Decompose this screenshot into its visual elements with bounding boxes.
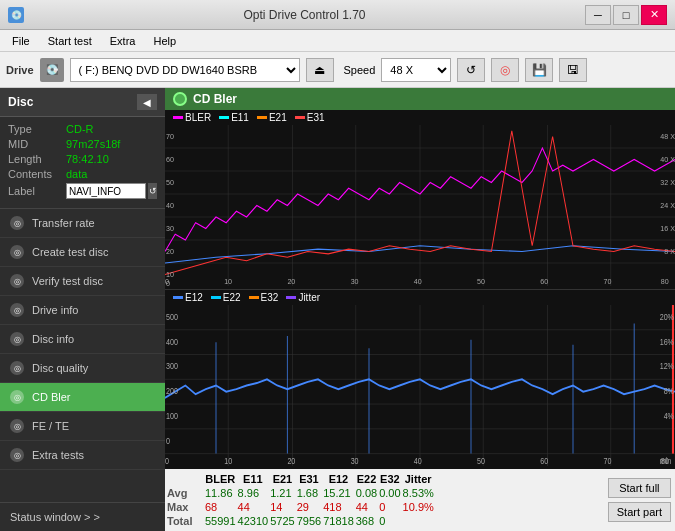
sidebar-item-drive-info[interactable]: ◎ Drive info — [0, 296, 165, 325]
svg-text:min: min — [660, 456, 672, 466]
refresh-button[interactable]: ↺ — [457, 58, 485, 82]
legend-e21: E21 — [257, 112, 287, 123]
burn-button[interactable]: 💾 — [525, 58, 553, 82]
total-e11: 42310 — [238, 515, 269, 527]
close-button[interactable]: ✕ — [641, 5, 667, 25]
main-area: Disc ◀ Type CD-R MID 97m27s18f Length 78… — [0, 88, 675, 531]
disc-toggle[interactable]: ◀ — [137, 94, 157, 110]
sidebar-label-verify-test-disc: Verify test disc — [32, 275, 103, 287]
total-e12: 71818 — [323, 515, 354, 527]
max-e12: 418 — [323, 501, 354, 513]
max-e22: 44 — [356, 501, 377, 513]
erase-button[interactable]: ◎ — [491, 58, 519, 82]
legend-e31: E31 — [295, 112, 325, 123]
svg-text:0: 0 — [166, 279, 170, 286]
svg-text:0: 0 — [166, 436, 170, 446]
svg-text:16%: 16% — [660, 337, 674, 347]
status-window-link[interactable]: Status window > > — [0, 502, 165, 531]
svg-text:50: 50 — [477, 276, 485, 286]
svg-text:20: 20 — [287, 456, 295, 466]
length-value: 78:42.10 — [66, 153, 109, 165]
disc-label-input[interactable] — [66, 183, 146, 199]
svg-text:48 X: 48 X — [660, 131, 675, 141]
table-row-total: Total 55991 42310 5725 7956 71818 368 0 — [167, 515, 434, 527]
app-icon: 💿 — [8, 7, 24, 23]
e22-color — [211, 296, 221, 299]
total-e31: 7956 — [297, 515, 321, 527]
total-e22: 368 — [356, 515, 377, 527]
sidebar-item-transfer-rate[interactable]: ◎ Transfer rate — [0, 209, 165, 238]
start-full-button[interactable]: Start full — [608, 478, 671, 498]
drive-label: Drive — [6, 64, 34, 76]
table-row-max: Max 68 44 14 29 418 44 0 10.9% — [167, 501, 434, 513]
start-part-button[interactable]: Start part — [608, 502, 671, 522]
minimize-button[interactable]: ─ — [585, 5, 611, 25]
action-buttons: Start full Start part — [604, 471, 675, 529]
verify-test-disc-icon: ◎ — [10, 274, 24, 288]
svg-text:70: 70 — [604, 276, 612, 286]
bler-color — [173, 116, 183, 119]
col-header-e22: E22 — [356, 473, 377, 485]
disc-quality-icon: ◎ — [10, 361, 24, 375]
save-button[interactable]: 🖫 — [559, 58, 587, 82]
maximize-button[interactable]: □ — [613, 5, 639, 25]
chart1-legend: BLER E11 E21 E31 — [165, 110, 675, 125]
svg-text:20: 20 — [166, 246, 174, 256]
avg-e12: 15.21 — [323, 487, 354, 499]
legend-jitter: Jitter — [286, 292, 320, 303]
title-bar: 💿 Opti Drive Control 1.70 ─ □ ✕ — [0, 0, 675, 30]
mid-value: 97m27s18f — [66, 138, 120, 150]
menu-bar: File Start test Extra Help — [0, 30, 675, 52]
menu-file[interactable]: File — [4, 33, 38, 49]
cd-bler-icon: ◎ — [10, 390, 24, 404]
e31-color — [295, 116, 305, 119]
speed-select[interactable]: 48 X 32 X 16 X — [381, 58, 451, 82]
drive-icon: 💽 — [40, 58, 64, 82]
sidebar-label-transfer-rate: Transfer rate — [32, 217, 95, 229]
svg-text:24 X: 24 X — [660, 200, 675, 210]
total-jitter — [403, 515, 434, 527]
legend-e32: E32 — [249, 292, 279, 303]
menu-extra[interactable]: Extra — [102, 33, 144, 49]
avg-e31: 1.68 — [297, 487, 321, 499]
contents-label: Contents — [8, 168, 66, 180]
total-e21: 5725 — [270, 515, 294, 527]
svg-text:0: 0 — [165, 456, 169, 466]
svg-text:60: 60 — [540, 276, 548, 286]
disc-label-refresh[interactable]: ↺ — [148, 183, 157, 199]
chart-header-icon — [173, 92, 187, 106]
max-e32: 0 — [379, 501, 400, 513]
svg-text:40: 40 — [414, 456, 422, 466]
menu-help[interactable]: Help — [145, 33, 184, 49]
svg-text:4%: 4% — [664, 411, 674, 421]
col-header-e21: E21 — [270, 473, 294, 485]
sidebar-label-extra-tests: Extra tests — [32, 449, 84, 461]
svg-text:200: 200 — [166, 387, 178, 397]
sidebar-item-verify-test-disc[interactable]: ◎ Verify test disc — [0, 267, 165, 296]
total-label: Total — [167, 515, 203, 527]
svg-text:8 X: 8 X — [664, 246, 675, 256]
svg-text:50: 50 — [477, 456, 485, 466]
menu-starttest[interactable]: Start test — [40, 33, 100, 49]
sidebar-item-create-test-disc[interactable]: ◎ Create test disc — [0, 238, 165, 267]
col-header-e31: E31 — [297, 473, 321, 485]
table-row-avg: Avg 11.86 8.96 1.21 1.68 15.21 0.08 0.00… — [167, 487, 434, 499]
svg-text:60: 60 — [166, 154, 174, 164]
drive-select[interactable]: ( F:) BENQ DVD DD DW1640 BSRB — [70, 58, 300, 82]
transfer-rate-icon: ◎ — [10, 216, 24, 230]
sidebar-item-cd-bler[interactable]: ◎ CD Bler — [0, 383, 165, 412]
type-value: CD-R — [66, 123, 94, 135]
svg-text:16 X: 16 X — [660, 223, 675, 233]
content-area: CD Bler BLER E11 E21 E31 — [165, 88, 675, 531]
sidebar-item-disc-quality[interactable]: ◎ Disc quality — [0, 354, 165, 383]
svg-text:10: 10 — [224, 276, 232, 286]
sidebar-item-extra-tests[interactable]: ◎ Extra tests — [0, 441, 165, 470]
eject-button[interactable]: ⏏ — [306, 58, 334, 82]
contents-value: data — [66, 168, 87, 180]
svg-text:70: 70 — [166, 131, 174, 141]
svg-text:30: 30 — [351, 276, 359, 286]
sidebar-item-fe-te[interactable]: ◎ FE / TE — [0, 412, 165, 441]
type-label: Type — [8, 123, 66, 135]
sidebar-item-disc-info[interactable]: ◎ Disc info — [0, 325, 165, 354]
e21-color — [257, 116, 267, 119]
